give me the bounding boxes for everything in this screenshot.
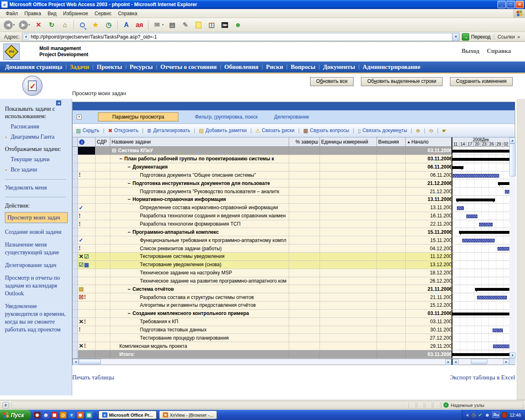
external-cell[interactable] bbox=[377, 350, 406, 358]
task-name-cell[interactable]: Подготовка тестовых данных bbox=[110, 326, 289, 334]
units-cell[interactable] bbox=[320, 350, 377, 358]
table-row[interactable]: ✕!Комплексная модель проекта29.11.2006 bbox=[73, 342, 509, 350]
header-info[interactable]: i bbox=[78, 137, 96, 146]
external-cell[interactable] bbox=[377, 334, 406, 342]
sidebar-item-view-my-tasks[interactable]: Просмотр моих задач bbox=[5, 212, 68, 223]
units-cell[interactable] bbox=[320, 212, 377, 220]
table-row[interactable]: ⊟Система КПиУ03.11.2006 bbox=[73, 147, 509, 155]
start-date-cell[interactable]: 03.11.2006 bbox=[406, 155, 452, 163]
header-pct-complete[interactable]: % заверш bbox=[289, 137, 320, 146]
external-cell[interactable] bbox=[377, 277, 406, 285]
table-row[interactable]: !Разработка технологии формирования ТСП2… bbox=[73, 220, 509, 228]
sidebar-view-2[interactable]: Диаграммы Ганта bbox=[11, 133, 68, 141]
dropdown-arrow-icon[interactable]: ▾ bbox=[162, 23, 164, 27]
task-name-cell[interactable]: Тестирование уведомления (снова) bbox=[110, 261, 289, 269]
external-cell[interactable] bbox=[377, 318, 406, 326]
units-cell[interactable] bbox=[320, 236, 377, 244]
goto-task-button[interactable]: ☛ bbox=[442, 128, 447, 133]
row-selector[interactable] bbox=[73, 147, 78, 155]
start-date-cell[interactable]: 30.11.2006 bbox=[406, 326, 452, 334]
external-cell[interactable] bbox=[377, 187, 406, 195]
nav-item-10[interactable]: Администрирование bbox=[363, 64, 420, 71]
pct-complete-cell[interactable] bbox=[289, 293, 320, 301]
row-selector[interactable] bbox=[73, 179, 78, 187]
messenger-button[interactable]: ☻ bbox=[232, 20, 244, 30]
units-cell[interactable] bbox=[320, 179, 377, 187]
row-selector[interactable] bbox=[73, 277, 78, 285]
note-button[interactable] bbox=[193, 20, 204, 30]
scroll-right-icon[interactable]: ► bbox=[445, 359, 452, 365]
external-cell[interactable] bbox=[377, 269, 406, 277]
external-cell[interactable] bbox=[377, 244, 406, 252]
taskbar-window-2[interactable]: ☀XnView - [Browser -... bbox=[159, 411, 217, 419]
units-cell[interactable] bbox=[320, 301, 377, 309]
tab-view-options[interactable]: Параметры просмотра bbox=[98, 112, 178, 121]
external-cell[interactable] bbox=[377, 261, 406, 269]
header-task-name[interactable]: Название задачи bbox=[110, 137, 289, 146]
table-row[interactable]: !Разработка технологии создания и ведени… bbox=[73, 212, 509, 220]
row-selector[interactable] bbox=[73, 285, 78, 293]
translate-button[interactable]: ая bbox=[134, 20, 145, 30]
update-selected-button[interactable]: Обновить выделенные строки bbox=[361, 77, 442, 86]
external-cell[interactable] bbox=[377, 253, 406, 260]
zoom-out-button[interactable]: ⊖ bbox=[429, 128, 434, 133]
task-name-cell[interactable]: Тестирование процедур планирования bbox=[110, 334, 289, 342]
header-external[interactable]: Внешняя bbox=[377, 137, 406, 146]
forward-button[interactable]: ▶▾ bbox=[18, 20, 31, 30]
task-name-cell[interactable]: −Подготовка инструктивных документов для… bbox=[110, 179, 289, 187]
units-cell[interactable] bbox=[320, 171, 377, 179]
menu-Избранное[interactable]: Избранное bbox=[60, 10, 91, 17]
row-selector[interactable] bbox=[73, 204, 78, 212]
sidebar-view-1[interactable]: Расписания bbox=[11, 123, 68, 130]
row-selector[interactable] bbox=[73, 342, 78, 350]
external-cell[interactable] bbox=[377, 163, 406, 171]
row-selector[interactable] bbox=[73, 350, 78, 358]
tab-filter-group-search[interactable]: Фильтр, группировка, поиск bbox=[195, 114, 258, 120]
row-selector[interactable] bbox=[73, 212, 78, 220]
start-button[interactable]: Пуск bbox=[0, 410, 31, 420]
row-selector[interactable] bbox=[73, 334, 78, 342]
row-selector[interactable] bbox=[73, 293, 78, 301]
menu-Правка[interactable]: Правка bbox=[21, 10, 45, 17]
refresh-button[interactable]: ↻ bbox=[46, 20, 57, 30]
quick-launch-icon-7[interactable]: ▤ bbox=[86, 412, 92, 418]
nav-item-2[interactable]: Задачи bbox=[70, 64, 89, 71]
start-date-cell[interactable]: 27.12.2006 bbox=[406, 334, 452, 342]
table-row[interactable]: Итого:03.11.2006 bbox=[73, 350, 509, 358]
row-selector[interactable] bbox=[73, 228, 78, 236]
table-row[interactable]: Алгоритмы и регламенты предоставления от… bbox=[73, 301, 509, 310]
expander-icon[interactable]: + bbox=[77, 114, 82, 119]
link-issues-button[interactable]: ▦Связать вопросы bbox=[303, 128, 349, 133]
units-cell[interactable] bbox=[320, 342, 377, 350]
external-cell[interactable] bbox=[377, 179, 406, 187]
pct-complete-cell[interactable] bbox=[289, 261, 320, 269]
start-date-cell[interactable]: 21.11.2006 bbox=[406, 293, 452, 301]
start-date-cell[interactable]: 06.11.2006 bbox=[406, 163, 452, 171]
pct-complete-cell[interactable] bbox=[289, 326, 320, 334]
quick-launch-icon-1[interactable]: ◉ bbox=[34, 412, 41, 418]
menu-Вид[interactable]: Вид bbox=[44, 10, 60, 17]
start-date-cell[interactable]: 13.12.2006 bbox=[406, 261, 452, 269]
nav-item-8[interactable]: Вопросы bbox=[291, 64, 315, 71]
external-cell[interactable] bbox=[377, 196, 406, 203]
units-cell[interactable] bbox=[320, 334, 377, 342]
pct-complete-cell[interactable] bbox=[289, 236, 320, 244]
zoom-in-button[interactable]: ⊕ bbox=[416, 128, 420, 133]
print-table-link[interactable]: Печать таблицы bbox=[72, 374, 114, 381]
start-date-cell[interactable]: 22.11.2006 bbox=[406, 220, 452, 228]
units-cell[interactable] bbox=[320, 187, 377, 195]
edit-button[interactable]: ✎ bbox=[180, 20, 191, 30]
start-date-cell[interactable]: 21.12.2006 bbox=[406, 179, 452, 187]
task-name-cell[interactable]: −План работы рабочей группы по проектиро… bbox=[110, 155, 289, 163]
pct-complete-cell[interactable] bbox=[289, 155, 320, 163]
table-row[interactable]: Тестирование процедур планирования27.12.… bbox=[73, 334, 509, 342]
units-cell[interactable] bbox=[320, 147, 377, 155]
pct-complete-cell[interactable] bbox=[289, 196, 320, 203]
gantt-hscrollbar[interactable]: ◄ ► bbox=[452, 359, 509, 365]
header-sdr[interactable]: СДР bbox=[96, 137, 110, 146]
row-selector[interactable] bbox=[73, 261, 78, 269]
address-input-box[interactable]: e ▼ bbox=[22, 33, 460, 41]
research-button[interactable]: ◫ bbox=[206, 20, 217, 30]
gantt-scroll-right-icon[interactable]: ► bbox=[503, 359, 509, 365]
start-date-cell[interactable]: 15.12.2006 bbox=[406, 301, 452, 309]
